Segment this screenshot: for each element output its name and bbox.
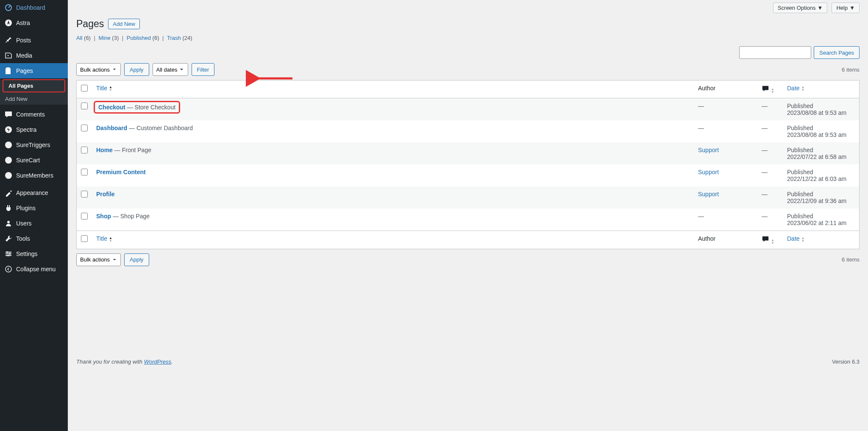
row-checkbox[interactable]: [81, 213, 88, 220]
status-text: Published: [787, 213, 813, 220]
submenu-item-all-pages[interactable]: All Pages: [3, 79, 65, 92]
sidebar-item-label: Dashboard: [16, 4, 45, 11]
row-checkbox[interactable]: [81, 191, 88, 197]
select-all-checkbox[interactable]: [81, 85, 88, 92]
sidebar-item-comments[interactable]: Comments: [0, 107, 68, 122]
comments-cell: —: [757, 142, 783, 164]
search-button[interactable]: Search Pages: [814, 46, 860, 59]
author-link[interactable]: Support: [698, 169, 719, 175]
sidebar-item-label: Spectra: [16, 126, 36, 133]
svg-rect-2: [6, 68, 10, 74]
table-row: ProfileSupport—Published2022/12/09 at 9:…: [77, 186, 859, 209]
page-title-link[interactable]: Premium Content: [96, 169, 146, 175]
author-link[interactable]: Support: [698, 147, 719, 153]
sidebar-item-collapse-menu[interactable]: Collapse menu: [0, 261, 68, 277]
row-checkbox[interactable]: [81, 169, 88, 175]
bulk-actions-select-bottom[interactable]: Bulk actions: [76, 253, 121, 266]
users-icon: [4, 219, 13, 228]
page-header: Pages Add New: [76, 18, 860, 30]
sidebar-item-users[interactable]: Users: [0, 216, 68, 231]
bulk-actions-select[interactable]: Bulk actions: [76, 63, 121, 76]
svg-point-13: [7, 255, 9, 256]
search-input[interactable]: [739, 46, 811, 59]
filter-trash[interactable]: Trash: [167, 35, 181, 41]
sidebar-item-plugins[interactable]: Plugins: [0, 200, 68, 216]
sidebar-item-label: Astra: [16, 19, 30, 26]
col-date-footer[interactable]: Date▲▼: [783, 231, 859, 248]
comments-cell: —: [757, 164, 783, 186]
col-title[interactable]: Title▲▼: [92, 81, 694, 98]
sidebar-item-suremembers[interactable]: SureMembers: [0, 168, 68, 183]
filter-published[interactable]: Published: [127, 35, 151, 41]
sidebar-item-label: Plugins: [16, 205, 36, 211]
sidebar-item-suretriggers[interactable]: SureTriggers: [0, 137, 68, 153]
col-author-footer[interactable]: Author: [694, 231, 757, 248]
col-comments[interactable]: ▲▼: [757, 81, 783, 98]
col-comments-footer[interactable]: ▲▼: [757, 231, 783, 248]
apply-button[interactable]: Apply: [124, 63, 149, 76]
sidebar-item-astra[interactable]: Astra: [0, 15, 68, 31]
comment-icon: [762, 235, 769, 243]
author-link[interactable]: Support: [698, 191, 719, 197]
sidebar-item-dashboard[interactable]: Dashboard: [0, 0, 68, 15]
date-text: 2023/08/08 at 9:53 am: [787, 131, 846, 138]
surecart-icon: [4, 156, 13, 164]
col-date[interactable]: Date▲▼: [783, 81, 859, 98]
sidebar-item-pages[interactable]: Pages: [0, 63, 68, 78]
footer: Thank you for creating with WordPress. V…: [76, 351, 860, 373]
comment-icon: [762, 85, 769, 92]
sidebar-item-tools[interactable]: Tools: [0, 231, 68, 246]
sidebar-item-label: Pages: [16, 67, 33, 74]
sort-down-icon: ▼: [771, 91, 774, 94]
select-all-checkbox-footer[interactable]: [81, 235, 88, 242]
sidebar-item-posts[interactable]: Posts: [0, 33, 68, 48]
row-checkbox[interactable]: [81, 125, 88, 131]
page-title-link[interactable]: Shop: [96, 213, 111, 220]
wordpress-link[interactable]: WordPress: [144, 359, 171, 365]
caret-down-icon: ▼: [818, 5, 823, 11]
date-filter-select[interactable]: All dates: [153, 63, 188, 76]
page-title-link[interactable]: Dashboard: [96, 125, 127, 131]
items-count-bottom: 6 items: [842, 256, 860, 263]
col-author[interactable]: Author: [694, 81, 757, 98]
sidebar-item-appearance[interactable]: Appearance: [0, 185, 68, 200]
sidebar-item-media[interactable]: Media: [0, 48, 68, 63]
filter-all[interactable]: All: [76, 35, 82, 41]
sidebar-item-label: Media: [16, 52, 32, 59]
comments-cell: —: [757, 98, 783, 120]
sort-down-icon: ▼: [109, 89, 112, 92]
filter-button[interactable]: Filter: [192, 63, 215, 76]
row-checkbox[interactable]: [81, 147, 88, 153]
row-checkbox[interactable]: [81, 103, 88, 109]
sidebar-item-settings[interactable]: Settings: [0, 246, 68, 261]
sidebar-item-label: Users: [16, 220, 32, 227]
apply-button-bottom[interactable]: Apply: [124, 253, 149, 266]
filter-mine[interactable]: Mine: [99, 35, 111, 41]
svg-point-4: [5, 142, 12, 148]
col-title-footer[interactable]: Title▲▼: [92, 231, 694, 248]
screen-options-button[interactable]: Screen Options ▼: [773, 3, 827, 13]
admin-sidebar: DashboardAstraPostsMediaPagesAll PagesAd…: [0, 0, 68, 431]
author-text: —: [698, 103, 704, 109]
help-button[interactable]: Help ▼: [832, 3, 860, 13]
date-text: 2023/06/02 at 2:11 am: [787, 220, 846, 226]
comments-cell: —: [757, 120, 783, 142]
svg-point-12: [9, 253, 11, 255]
date-text: 2023/08/08 at 9:53 am: [787, 109, 846, 116]
sidebar-item-spectra[interactable]: Spectra: [0, 122, 68, 137]
astra-icon: [4, 19, 13, 27]
add-new-button[interactable]: Add New: [108, 19, 140, 29]
media-icon: [4, 51, 13, 60]
page-title-link[interactable]: Checkout: [98, 104, 125, 111]
sidebar-item-surecart[interactable]: SureCart: [0, 153, 68, 168]
sidebar-item-label: Collapse menu: [16, 266, 56, 273]
submenu-item-add-new[interactable]: Add New: [0, 93, 68, 105]
dashboard-icon: [4, 3, 13, 12]
table-row: Checkout — Store Checkout——Published2023…: [77, 98, 859, 120]
page-title-link[interactable]: Home: [96, 147, 113, 153]
tools-icon: [4, 234, 13, 243]
sidebar-item-label: Tools: [16, 235, 30, 242]
tablenav-top: Bulk actions Apply All dates Filter 6 it…: [76, 63, 860, 76]
page-title-link[interactable]: Profile: [96, 191, 115, 197]
page-title-suffix: — Front Page: [113, 147, 151, 153]
